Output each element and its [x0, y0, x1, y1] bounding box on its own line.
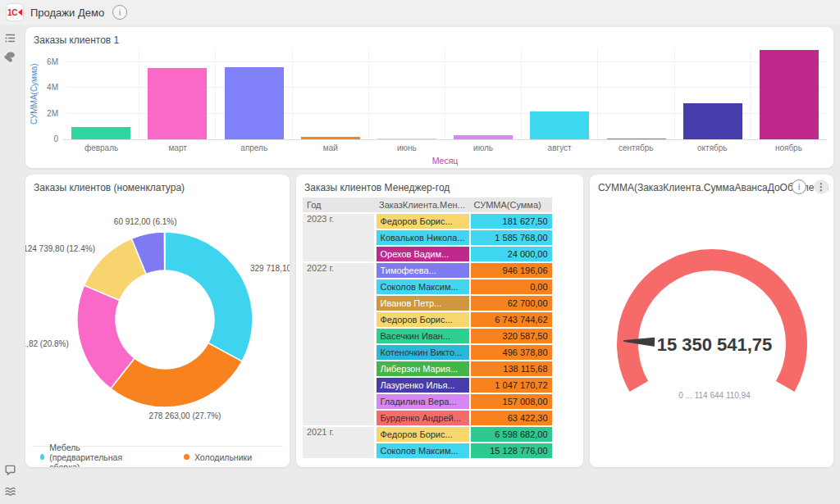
- bar[interactable]: [607, 138, 666, 139]
- comments-button[interactable]: [2, 461, 18, 478]
- manager-cell[interactable]: Ковальков Никола...: [375, 229, 470, 246]
- x-tick-label: июнь: [368, 143, 445, 152]
- slice-value-label: 329 718,10 (32.9%): [250, 264, 290, 273]
- logo-text: 1С: [7, 8, 17, 17]
- y-tick-label: 6M: [47, 57, 58, 66]
- sum-cell[interactable]: 24 000,00: [470, 246, 552, 262]
- manager-cell[interactable]: Федоров Борис...: [375, 426, 470, 443]
- year-cell[interactable]: 2023 г.: [303, 213, 375, 262]
- manager-cell[interactable]: Бурденко Андрей...: [375, 410, 470, 426]
- sum-cell[interactable]: 15 128 776,00: [470, 443, 552, 459]
- bar[interactable]: [454, 135, 513, 139]
- manager-cell[interactable]: Соколов Максим...: [375, 279, 470, 295]
- manager-cell[interactable]: Васечкин Иван...: [375, 328, 470, 344]
- 1c-logo: 1С: [7, 4, 23, 20]
- sum-cell[interactable]: 6 598 682,00: [470, 426, 552, 443]
- legend-label: Мебель (предварительная сборка): [49, 443, 153, 468]
- year-cell[interactable]: 2022 г.: [303, 262, 375, 426]
- bar[interactable]: [530, 111, 589, 139]
- comment-icon: [4, 464, 16, 476]
- gauge-info-button[interactable]: i: [792, 179, 806, 194]
- bar[interactable]: [377, 138, 436, 139]
- bar-column: [445, 48, 521, 139]
- bar-column: [751, 48, 827, 139]
- table-row: 2021 г.Федоров Борис...6 598 682,00: [303, 426, 552, 443]
- manager-cell[interactable]: Орехов Вадим...: [375, 246, 470, 262]
- y-axis-ticks: 02M4M6M: [25, 48, 60, 139]
- slice-value-label: 278 263,00 (27.7%): [149, 411, 221, 420]
- sum-cell[interactable]: 6 743 744,62: [470, 311, 552, 328]
- x-tick-label: август: [522, 143, 598, 152]
- manager-cell[interactable]: Федоров Борис...: [375, 213, 470, 229]
- x-tick-label: июль: [445, 143, 521, 152]
- donut-slice[interactable]: [165, 232, 253, 361]
- bar-plot-area: [63, 48, 827, 140]
- pointer-gesture-icon: [3, 51, 16, 64]
- bar-column: [521, 48, 597, 139]
- gesture-tool-button[interactable]: [2, 49, 18, 66]
- x-tick-label: апрель: [216, 143, 292, 152]
- slice-value-label: 60 912,00 (6.1%): [114, 217, 177, 226]
- sum-cell[interactable]: 181 627,50: [470, 213, 552, 229]
- sum-cell[interactable]: 0,00: [470, 279, 552, 295]
- sum-cell[interactable]: 1 585 768,00: [470, 229, 552, 246]
- panel-title: Заказы клиентов Менеджер-год: [304, 182, 450, 193]
- sum-cell[interactable]: 496 378,80: [470, 344, 552, 361]
- legend-dot: [40, 454, 44, 460]
- bar-column: [292, 48, 368, 139]
- sum-cell[interactable]: 138 115,68: [470, 361, 552, 377]
- manager-cell[interactable]: Лазуренко Илья...: [375, 377, 470, 393]
- manager-cell[interactable]: Тимофеева...: [375, 262, 470, 279]
- bar-column: [215, 48, 291, 139]
- layers-button[interactable]: [2, 483, 18, 499]
- sum-cell[interactable]: 946 196,06: [470, 262, 552, 279]
- col-header-sum[interactable]: СУММА(Сумма): [470, 198, 552, 213]
- legend-label: Холодильники: [194, 452, 252, 462]
- dashboard-info-button[interactable]: i: [112, 5, 127, 20]
- x-tick-label: ноябрь: [751, 143, 827, 152]
- legend-item[interactable]: Мебель (предварительная сборка): [40, 443, 153, 468]
- y-tick-label: 2M: [47, 109, 58, 118]
- manager-cell[interactable]: Котеночкин Викто...: [375, 344, 470, 361]
- col-header-year[interactable]: Год: [303, 198, 375, 213]
- manager-cell[interactable]: Федоров Борис...: [375, 311, 470, 328]
- manager-cell[interactable]: Соколов Максим...: [375, 443, 470, 459]
- manager-cell[interactable]: Гладилина Вера...: [375, 393, 470, 410]
- left-sidebar: [0, 25, 20, 504]
- col-header-manager[interactable]: ЗаказКлиента.Мен...: [375, 198, 470, 213]
- panel-title: Заказы клиентов (номенклатура): [34, 182, 185, 193]
- x-tick-label: октябрь: [674, 143, 751, 152]
- sum-cell[interactable]: 62 700,00: [470, 295, 552, 311]
- y-tick-label: 4M: [47, 83, 58, 92]
- legend-item[interactable]: Холодильники: [184, 452, 252, 462]
- bar[interactable]: [683, 103, 742, 139]
- bar[interactable]: [71, 127, 130, 139]
- bar[interactable]: [760, 50, 819, 139]
- table-header-row: Год ЗаказКлиента.Мен... СУММА(Сумма): [303, 198, 552, 213]
- gauge-arc: [628, 260, 797, 387]
- sum-cell[interactable]: 1 047 170,72: [470, 377, 552, 393]
- donut-chart: 329 718,10 (32.9%)278 263,00 (27.7%)11,8…: [25, 198, 290, 443]
- gauge-chart: 15 350 541,750 ... 114 644 110,94: [590, 199, 833, 453]
- year-cell[interactable]: 2021 г.: [303, 426, 375, 459]
- gauge-menu-button[interactable]: ⋮: [814, 179, 829, 194]
- bar-column: [674, 48, 751, 139]
- sum-cell[interactable]: 320 587,50: [470, 328, 552, 344]
- slice-value-label: 11,82 (20.8%): [25, 339, 69, 348]
- sum-cell[interactable]: 63 422,30: [470, 410, 552, 426]
- bar[interactable]: [301, 137, 360, 139]
- bar[interactable]: [148, 68, 207, 139]
- bar-column: [597, 48, 673, 139]
- report-list-button[interactable]: [2, 30, 18, 46]
- bar-column: [139, 48, 215, 139]
- x-tick-label: февраль: [63, 143, 139, 152]
- manager-cell[interactable]: Либерзон Мария...: [375, 361, 470, 377]
- x-axis-title: Месяц: [63, 156, 827, 166]
- donut-slice[interactable]: [111, 343, 242, 407]
- bar[interactable]: [225, 67, 284, 139]
- manager-cell[interactable]: Иванов Петр...: [375, 295, 470, 311]
- x-tick-label: март: [139, 143, 216, 152]
- bar-series: [63, 48, 827, 139]
- sum-cell[interactable]: 157 008,00: [470, 393, 552, 410]
- y-tick-label: 0: [53, 134, 58, 143]
